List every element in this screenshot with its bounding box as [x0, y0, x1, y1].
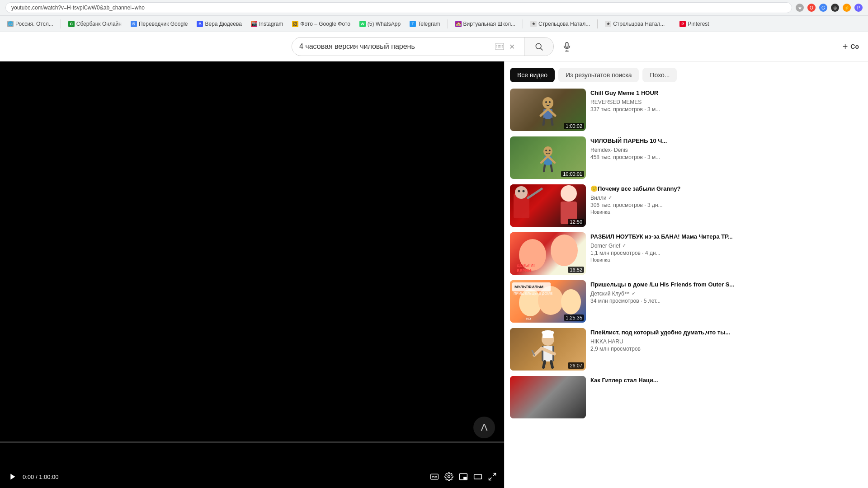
bookmark-favicon-virtual-school: 🏫 — [455, 21, 462, 27]
settings-button[interactable] — [444, 472, 453, 481]
search-input-wrapper: ✕ — [292, 41, 524, 53]
video-section: Λ 0:00 / 1:00:00 — [0, 61, 504, 488]
video-controls: 0:00 / 1:00:00 — [0, 465, 504, 488]
list-item[interactable]: 1:00:02 Chill Guy Meme 1 HOUR REVERSED M… — [510, 89, 863, 131]
svg-point-36 — [545, 150, 547, 151]
bookmark-sberbank[interactable]: С Сбербанк Онлайн — [65, 19, 125, 29]
bookmark-label-telegram: Telegram — [418, 21, 440, 27]
bookmark-google-photos[interactable]: 🖼 Фото – Google Фото — [288, 19, 354, 29]
browser-icon-ext3[interactable]: ⚡ — [843, 4, 851, 12]
tab-similar[interactable]: Похо... — [642, 68, 677, 82]
browser-icon-ext2[interactable]: ⊕ — [831, 4, 839, 12]
tab-from-search[interactable]: Из результатов поиска — [558, 68, 639, 82]
video-title-1: Chill Guy Meme 1 HOUR — [590, 89, 863, 97]
video-canvas — [0, 61, 504, 465]
list-item[interactable]: 10:00:01 ЧИЛОВЫЙ ПАРЕНЬ 10 Ч... Remdex- … — [510, 136, 863, 179]
url-bar[interactable]: youtube.com/watch?v=H-tsvplCwW0&ab_chann… — [5, 2, 792, 13]
bookmark-google-translate[interactable]: Б Переводчик Google — [127, 19, 192, 29]
video-stats-5: 34 млн просмотров · 5 лет... — [590, 298, 863, 304]
video-list: 1:00:02 Chill Guy Meme 1 HOUR REVERSED M… — [505, 89, 868, 418]
browser-icon-star[interactable]: ★ — [796, 4, 804, 12]
search-input[interactable] — [299, 42, 492, 51]
theater-button[interactable] — [473, 472, 482, 481]
bookmark-vera[interactable]: В Вера Дюдеева — [193, 19, 245, 29]
bookmark-telegram[interactable]: T Telegram — [406, 19, 443, 29]
bookmark-label-google-photos: Фото – Google Фото — [300, 21, 350, 27]
bookmark-favicon-sberbank: С — [68, 21, 75, 27]
svg-line-69 — [543, 361, 545, 367]
svg-point-28 — [545, 101, 547, 103]
fullscreen-button[interactable] — [488, 472, 497, 481]
list-item[interactable]: 12:50 🙂Почему все забыли Granny? Вилли ✓… — [510, 184, 863, 227]
bookmark-russia[interactable]: 🌐 Россия. Отсл... — [4, 19, 57, 29]
svg-point-10 — [536, 43, 541, 49]
bookmark-streltsova2[interactable]: ★ Стрельцова Натал... — [601, 19, 668, 29]
svg-line-47 — [528, 189, 542, 198]
bookmark-label-google-translate: Переводчик Google — [139, 21, 188, 27]
settings-icon — [444, 472, 453, 481]
subtitles-button[interactable] — [430, 472, 439, 481]
bookmark-streltsova1[interactable]: ★ Стрельцова Натал... — [527, 19, 594, 29]
plus-icon: + — [843, 42, 848, 52]
svg-rect-12 — [566, 42, 568, 47]
video-stats-3: 306 тыс. просмотров · 3 дн... — [590, 202, 863, 208]
svg-rect-9 — [502, 47, 503, 47]
svg-point-63 — [542, 330, 554, 335]
search-button[interactable] — [524, 37, 553, 56]
list-item[interactable]: 26:07 Плейлист, под который удобно думат… — [510, 328, 863, 371]
svg-rect-24 — [474, 474, 482, 479]
play-button[interactable] — [7, 472, 17, 482]
svg-point-44 — [515, 186, 528, 199]
bookmark-label-pinterest: Pinterest — [688, 21, 709, 27]
add-channel-button[interactable]: + Co — [843, 42, 859, 52]
bookmark-whatsapp[interactable]: W (5) WhatsApp — [356, 19, 404, 29]
watermark-circle: Λ — [473, 417, 495, 438]
video-badge-4: Новинка — [590, 257, 863, 263]
svg-rect-4 — [500, 45, 501, 46]
bookmark-label-streltsova1: Стрельцова Натал... — [538, 21, 590, 27]
svg-text:HD: HD — [526, 317, 531, 321]
bookmark-instagram[interactable]: 📷 Instagram — [247, 19, 287, 29]
list-item[interactable]: ВЕРНИ ДЕНЬГИ! 16:52 РАЗБИЛ НОУТБУК из-за… — [510, 232, 863, 275]
video-thumbnail-1: 1:00:02 — [510, 89, 586, 131]
browser-icon-ext1[interactable]: G — [819, 4, 827, 12]
browser-icon-opera[interactable]: O — [807, 4, 816, 12]
bookmark-label-russia: Россия. Отсл... — [15, 21, 53, 27]
video-duration-3: 12:50 — [568, 219, 584, 225]
svg-point-21 — [448, 476, 450, 478]
svg-text:ПРИШЕЛЬЦЫ В ДОМЕ: ПРИШЕЛЬЦЫ В ДОМЕ — [514, 291, 552, 296]
bookmark-divider-5 — [672, 19, 672, 28]
browser-icon-profile[interactable]: P — [854, 4, 863, 12]
tab-all-videos[interactable]: Все видео — [510, 68, 555, 82]
bookmark-favicon-instagram: 📷 — [251, 21, 257, 27]
svg-line-41 — [544, 165, 545, 171]
svg-point-46 — [523, 190, 525, 192]
bookmark-pinterest[interactable]: P Pinterest — [676, 19, 712, 29]
svg-line-34 — [552, 119, 552, 125]
video-title-5: Пришельцы в доме /Lu His Friends from Ou… — [590, 281, 863, 289]
video-thumbnail-5: МУЛЬТФИЛЬМ ПРИШЕЛЬЦЫ В ДОМЕ HD 1:25:35 — [510, 280, 586, 323]
bookmark-favicon-google-photos: 🖼 — [292, 21, 298, 27]
mic-button[interactable] — [557, 37, 576, 56]
svg-rect-7 — [498, 47, 500, 47]
time-total: 1:00:00 — [39, 474, 58, 480]
list-item[interactable]: МУЛЬТФИЛЬМ ПРИШЕЛЬЦЫ В ДОМЕ HD 1:25:35 П… — [510, 280, 863, 323]
bookmark-label-virtual-school: Виртуальная Школ... — [463, 21, 515, 27]
search-clear-button[interactable]: ✕ — [507, 41, 517, 53]
video-meta-4: РАЗБИЛ НОУТБУК из-за БАНА! Мама Читера Т… — [590, 232, 863, 275]
list-item[interactable]: Как Гитлер стал Наци... — [510, 376, 863, 418]
progress-bar-container[interactable] — [0, 441, 504, 443]
video-thumbnail-3: 12:50 — [510, 184, 586, 227]
main-content: Λ 0:00 / 1:00:00 — [0, 61, 868, 488]
video-player[interactable]: Λ — [0, 61, 504, 465]
svg-marker-15 — [10, 474, 15, 480]
svg-line-26 — [489, 478, 492, 480]
bookmark-virtual-school[interactable]: 🏫 Виртуальная Школ... — [452, 19, 519, 29]
bookmark-favicon-streltsova1: ★ — [530, 21, 537, 27]
video-channel-4: Dorner Grief ✓ — [590, 243, 863, 249]
miniplayer-button[interactable] — [459, 472, 468, 481]
svg-line-33 — [543, 119, 544, 125]
svg-line-11 — [541, 48, 543, 51]
video-meta-6: Плейлист, под который удобно думать,что … — [590, 328, 863, 371]
video-stats-1: 337 тыс. просмотров · 3 м... — [590, 106, 863, 113]
